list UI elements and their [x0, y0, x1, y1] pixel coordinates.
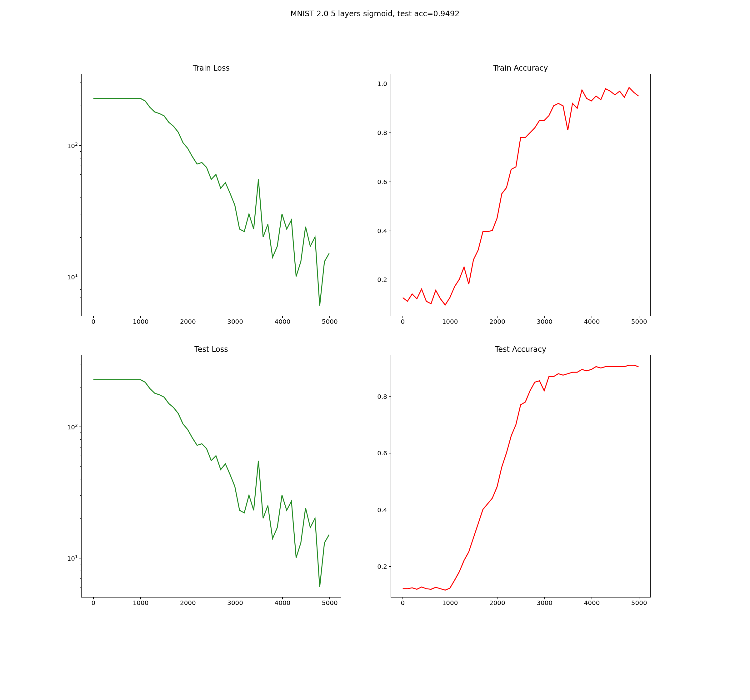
figure-suptitle: MNIST 2.0 5 layers sigmoid, test acc=0.9…	[0, 9, 750, 18]
ytick-label: 0.8	[377, 393, 387, 400]
xtick-label: 5000	[631, 599, 647, 606]
subplot-train-accuracy: 0100020003000400050000.20.40.60.81.0Trai…	[390, 74, 651, 316]
ytick-label: 0.2	[377, 563, 387, 570]
subplot-train-loss: 010002000300040005000101102Train Loss	[81, 74, 341, 316]
xtick-label: 0	[401, 318, 405, 325]
ytick-label: 1.0	[377, 80, 387, 88]
ytick-label: 0.4	[377, 227, 387, 235]
ytick-label: 101	[67, 273, 78, 281]
xtick-label: 2000	[180, 599, 196, 606]
ytick-label: 0.2	[377, 276, 387, 283]
xtick-label: 2000	[180, 318, 196, 325]
xtick-label: 3000	[227, 318, 243, 325]
xtick-label: 2000	[489, 318, 505, 325]
xtick-label: 1000	[442, 318, 458, 325]
ytick-label: 0.6	[377, 178, 387, 186]
data-line	[81, 74, 341, 316]
xtick-label: 4000	[274, 318, 290, 325]
subplot-test-accuracy: 0100020003000400050000.20.40.60.8Test Ac…	[390, 355, 651, 597]
subplot-test-loss: 010002000300040005000101102Test Loss	[81, 355, 341, 597]
xtick-label: 5000	[322, 318, 338, 325]
xtick-label: 1000	[133, 599, 149, 606]
axes: 010002000300040005000101102	[81, 74, 341, 316]
data-line	[391, 74, 650, 316]
xtick-label: 3000	[536, 599, 552, 606]
xtick-label: 5000	[322, 599, 338, 606]
subplot-title: Train Accuracy	[390, 64, 651, 72]
data-line	[81, 355, 341, 597]
axes: 010002000300040005000101102	[81, 355, 341, 597]
data-line	[391, 355, 650, 597]
xtick-label: 0	[401, 599, 405, 606]
xtick-label: 3000	[536, 318, 552, 325]
ytick-label: 102	[67, 423, 78, 431]
subplot-title: Test Loss	[81, 345, 341, 354]
xtick-label: 5000	[631, 318, 647, 325]
ytick-label: 0.6	[377, 449, 387, 457]
xtick-label: 0	[91, 318, 95, 325]
ytick-label: 101	[67, 554, 78, 563]
xtick-label: 1000	[442, 599, 458, 606]
ytick-label: 102	[67, 142, 78, 150]
axes: 0100020003000400050000.20.40.60.8	[390, 355, 651, 597]
ytick-label: 0.4	[377, 506, 387, 514]
subplot-title: Train Loss	[81, 64, 341, 72]
xtick-label: 0	[91, 599, 95, 606]
xtick-label: 4000	[584, 318, 600, 325]
xtick-label: 4000	[584, 599, 600, 606]
xtick-label: 1000	[133, 318, 149, 325]
figure: MNIST 2.0 5 layers sigmoid, test acc=0.9…	[0, 0, 750, 700]
xtick-label: 2000	[489, 599, 505, 606]
subplot-title: Test Accuracy	[390, 345, 651, 354]
xtick-label: 4000	[274, 599, 290, 606]
xtick-label: 3000	[227, 599, 243, 606]
axes: 0100020003000400050000.20.40.60.81.0	[390, 74, 651, 316]
ytick-label: 0.8	[377, 129, 387, 137]
